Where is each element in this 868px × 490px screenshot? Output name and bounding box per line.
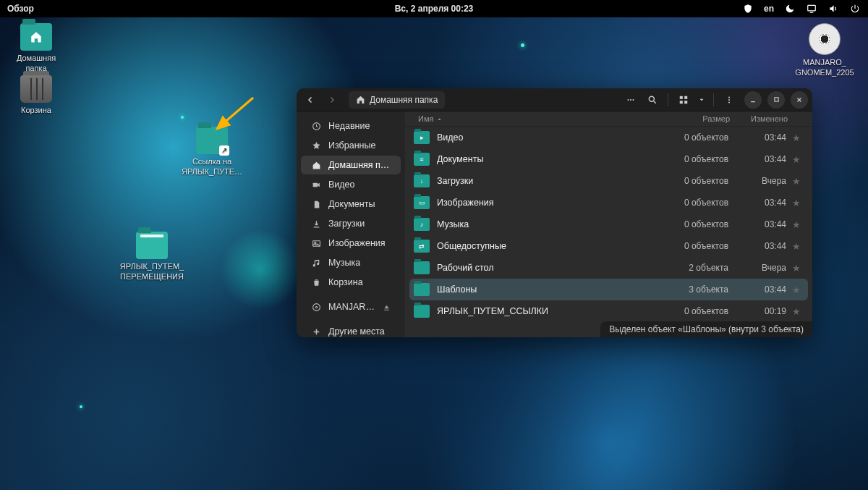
file-modified: 03:44: [728, 132, 786, 143]
sidebar-item-music[interactable]: Музыка: [301, 253, 401, 272]
star-toggle[interactable]: ★: [791, 176, 802, 187]
night-light-icon[interactable]: [784, 3, 796, 14]
volume-icon[interactable]: [827, 3, 839, 14]
file-name: Музыка: [437, 219, 663, 229]
sidebar-item-starred[interactable]: Избранные: [301, 136, 401, 155]
file-size: 0 объектов: [663, 306, 728, 316]
svg-point-2: [628, 99, 629, 101]
svg-point-19: [315, 306, 317, 308]
svg-rect-0: [808, 5, 816, 11]
activities-button[interactable]: Обзор: [7, 4, 34, 14]
maximize-button[interactable]: [767, 91, 785, 109]
view-dropdown-button[interactable]: [696, 91, 707, 109]
file-row[interactable]: ↓Загрузки0 объектовВчера★: [405, 170, 812, 192]
desktop-icon-moved-folder[interactable]: ЯРЛЫК_ПУТЕМ_ПЕРЕМЕЩЕНИЯ: [112, 232, 192, 282]
keyboard-layout-indicator[interactable]: en: [764, 4, 774, 14]
hamburger-menu-button[interactable]: [720, 91, 739, 109]
star-toggle[interactable]: ★: [791, 219, 802, 230]
column-headers: Имя Размер Изменено: [405, 111, 812, 127]
column-size[interactable]: Размер: [665, 114, 730, 123]
file-row[interactable]: ♪Музыка0 объектов03:44★: [405, 214, 812, 235]
file-size: 0 объектов: [663, 154, 728, 164]
file-size: 0 объектов: [663, 198, 728, 208]
star-toggle[interactable]: ★: [791, 198, 802, 208]
desktop-icon-label: Ссылка наЯРЛЫК_ПУТЕ…: [176, 157, 248, 177]
svg-rect-13: [774, 98, 778, 101]
file-modified: Вчера: [728, 263, 786, 273]
file-row[interactable]: ⇄Общедоступные0 объектов03:44★: [405, 235, 812, 257]
path-menu-button[interactable]: [621, 91, 640, 109]
svg-point-11: [728, 99, 730, 101]
desktop-icon-disc[interactable]: MANJARO_GNOMEM_2205: [788, 23, 861, 78]
clock[interactable]: Вс, 2 апреля 00:23: [395, 4, 474, 14]
folder-icon: ▭: [414, 196, 430, 209]
file-modified: 00:19: [728, 306, 786, 316]
minimize-button[interactable]: [744, 91, 762, 109]
file-modified: 03:44: [728, 154, 786, 164]
svg-point-4: [633, 99, 634, 101]
file-name: Видео: [437, 132, 663, 143]
forward-button[interactable]: [323, 91, 341, 109]
file-size: 0 объектов: [663, 176, 728, 186]
shield-icon[interactable]: [742, 3, 754, 14]
sidebar-item-home[interactable]: Домашняя папка: [301, 156, 401, 174]
column-name[interactable]: Имя: [418, 114, 665, 123]
desktop-icon-label: Корзина: [7, 106, 65, 116]
trash-icon: [311, 277, 321, 287]
sort-asc-icon: [436, 116, 443, 122]
star-toggle[interactable]: ★: [791, 263, 802, 274]
power-icon[interactable]: [849, 3, 861, 14]
star-toggle[interactable]: ★: [791, 241, 802, 252]
sidebar-item-downloads[interactable]: Загрузки: [301, 214, 401, 233]
desktop-icon-trash[interactable]: Корзина: [7, 75, 65, 116]
sidebar-item-trash[interactable]: Корзина: [301, 273, 401, 292]
star-toggle[interactable]: ★: [791, 284, 802, 295]
file-modified: Вчера: [728, 176, 786, 186]
svg-rect-9: [684, 101, 687, 104]
folder-icon: ⇄: [414, 240, 430, 253]
svg-rect-8: [680, 101, 683, 104]
window-titlebar[interactable]: Домашняя папка: [297, 88, 812, 111]
video-icon: [311, 179, 321, 190]
star-toggle[interactable]: ★: [791, 306, 802, 317]
file-row[interactable]: ▭Изображения0 объектов03:44★: [405, 192, 812, 214]
file-row[interactable]: ▸Видео0 объектов03:44★: [405, 127, 812, 148]
sidebar-item-other[interactable]: Другие места: [301, 322, 401, 337]
back-button[interactable]: [301, 91, 320, 109]
annotation-arrow: [210, 94, 260, 138]
file-row[interactable]: Шаблоны3 объекта03:44★: [409, 279, 808, 300]
folder-icon: [136, 232, 168, 259]
desktop-icon-home[interactable]: Домашняяпапка: [7, 23, 65, 74]
file-size: 0 объектов: [663, 132, 728, 143]
svg-point-18: [312, 303, 320, 311]
sidebar-item-documents[interactable]: Документы: [301, 195, 401, 214]
search-button[interactable]: [643, 91, 662, 109]
symlink-badge-icon: ↗: [219, 145, 229, 156]
svg-rect-6: [680, 96, 683, 98]
column-modified[interactable]: Изменено: [730, 114, 788, 123]
picture-icon: [311, 238, 321, 248]
folder-icon: ≡: [414, 153, 430, 166]
eject-icon[interactable]: [383, 303, 391, 311]
trash-icon: [20, 75, 52, 103]
close-button[interactable]: [791, 91, 808, 109]
file-name: ЯРЛЫК_ПУТЕМ_ССЫЛКИ: [437, 306, 663, 316]
path-label: Домашняя папка: [370, 95, 438, 105]
file-size: 0 объектов: [663, 241, 728, 251]
file-row[interactable]: ≡Документы0 объектов03:44★: [405, 148, 812, 170]
sidebar-item-recent[interactable]: Недавние: [301, 117, 401, 135]
folder-icon: [414, 305, 430, 318]
status-bar: Выделен объект «Шаблоны» (внутри 3 объек…: [600, 321, 812, 337]
sidebar-item-pictures[interactable]: Изображения: [301, 234, 401, 253]
path-bar[interactable]: Домашняя папка: [349, 91, 445, 109]
view-mode-button[interactable]: [674, 91, 693, 109]
sidebar-item-videos[interactable]: Видео: [301, 175, 401, 194]
file-row[interactable]: ЯРЛЫК_ПУТЕМ_ССЫЛКИ0 объектов00:19★: [405, 300, 812, 322]
sidebar-item-device[interactable]: MANJARO_GNOME…: [301, 297, 401, 316]
star-toggle[interactable]: ★: [791, 132, 802, 143]
plus-icon: [311, 326, 321, 337]
star-toggle[interactable]: ★: [791, 154, 802, 165]
disc-icon: [809, 23, 841, 55]
display-icon[interactable]: [806, 3, 817, 14]
file-row[interactable]: Рабочий стол2 объектаВчера★: [405, 257, 812, 279]
